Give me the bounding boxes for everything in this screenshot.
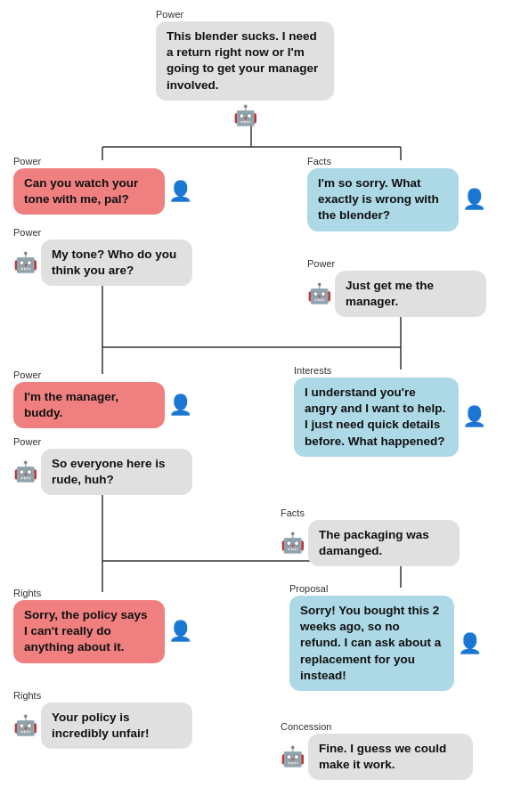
node-r1a-label: Facts (307, 156, 486, 166)
node-l3a: Rights Sorry, the policy says I can't re… (13, 588, 192, 663)
node-top-bot-icon: 🤖 (233, 104, 257, 127)
node-l3a-human-icon: 👤 (168, 620, 192, 643)
node-l3a-label: Rights (13, 588, 192, 598)
node-l3a2-bubble: Your policy is incredibly unfair! (41, 702, 192, 749)
node-r1a2-bubble: Just get me the manager. (335, 271, 486, 317)
node-r3a2-label: Concession (281, 721, 473, 732)
node-r1a2-bot-icon: 🤖 (307, 282, 331, 305)
node-r3a-label: Proposal (289, 583, 482, 594)
diagram: Power This blender sucks. I need a retur… (0, 0, 529, 27)
node-l2a2-label: Power (13, 436, 192, 447)
node-r3a2-bubble: Fine. I guess we could make it work. (308, 734, 473, 780)
node-r3a-bubble: Sorry! You bought this 2 weeks ago, so n… (289, 596, 454, 691)
node-r1a-human-icon: 👤 (462, 188, 486, 211)
node-r2a2-bot-icon: 🤖 (281, 532, 305, 555)
node-l1a2-label: Power (13, 227, 192, 238)
node-r3a: Proposal Sorry! You bought this 2 weeks … (289, 583, 482, 691)
node-r1a2-label: Power (307, 258, 486, 269)
node-l1a-label: Power (13, 156, 192, 166)
node-l1a2-bot-icon: 🤖 (13, 251, 37, 274)
node-l2a-human-icon: 👤 (168, 394, 192, 417)
node-r3a2-bot-icon: 🤖 (281, 745, 305, 768)
node-l1a-human-icon: 👤 (168, 180, 192, 203)
node-r2a: Interests I understand you're angry and … (294, 365, 486, 457)
node-top: Power This blender sucks. I need a retur… (156, 9, 334, 127)
node-r2a-label: Interests (294, 365, 486, 376)
node-l1a2: Power 🤖 My tone? Who do you think you ar… (13, 227, 192, 286)
node-r1a-bubble: I'm so sorry. What exactly is wrong with… (307, 168, 459, 231)
node-l1a: Power Can you watch your tone with me, p… (13, 156, 192, 215)
node-l2a2-bot-icon: 🤖 (13, 460, 37, 483)
node-l3a2: Rights 🤖 Your policy is incredibly unfai… (13, 690, 192, 749)
node-r3a2: Concession 🤖 Fine. I guess we could make… (281, 721, 473, 780)
node-l1a2-bubble: My tone? Who do you think you are? (41, 240, 192, 286)
node-r2a2: Facts 🤖 The packaging was damanged. (281, 508, 460, 566)
node-r2a-bubble: I understand you're angry and I want to … (294, 378, 459, 457)
node-l3a2-label: Rights (13, 690, 192, 701)
node-l2a2: Power 🤖 So everyone here is rude, huh? (13, 436, 192, 495)
node-r1a2: Power 🤖 Just get me the manager. (307, 258, 486, 317)
node-l3a-bubble: Sorry, the policy says I can't really do… (13, 600, 165, 663)
node-l2a: Power I'm the manager, buddy. 👤 (13, 369, 192, 428)
node-l2a-label: Power (13, 369, 192, 380)
node-r1a: Facts I'm so sorry. What exactly is wron… (307, 156, 486, 231)
node-l2a2-bubble: So everyone here is rude, huh? (41, 449, 192, 495)
node-top-label: Power (156, 9, 334, 20)
node-l3a2-bot-icon: 🤖 (13, 714, 37, 737)
node-top-bubble: This blender sucks. I need a return righ… (156, 21, 334, 101)
node-l1a-bubble: Can you watch your tone with me, pal? (13, 168, 165, 215)
node-r2a2-label: Facts (281, 508, 460, 518)
node-r2a2-bubble: The packaging was damanged. (308, 520, 460, 566)
node-r3a-human-icon: 👤 (458, 632, 482, 655)
node-l2a-bubble: I'm the manager, buddy. (13, 382, 165, 428)
node-r2a-human-icon: 👤 (462, 405, 486, 428)
